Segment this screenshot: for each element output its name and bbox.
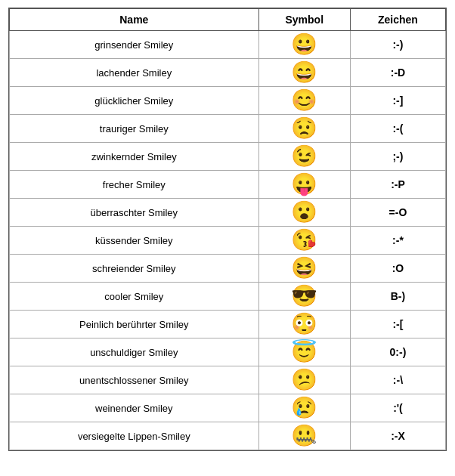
cell-symbol: 😘 [258,227,350,255]
header-name: Name [10,9,259,31]
cell-name: cooler Smiley [10,283,259,311]
cell-name: überraschter Smiley [10,199,259,227]
cell-zeichen: B-) [350,283,445,311]
cell-symbol: 🤐 [258,422,350,450]
smiley-emoji-icon: 😊 [291,88,317,112]
table-row: trauriger Smiley😟:-( [10,115,446,143]
cell-symbol: 😟 [258,115,350,143]
cell-zeichen: :-P [350,171,445,199]
smiley-emoji-icon: 😆 [291,256,317,280]
cell-zeichen: :O [350,255,445,283]
table-header-row: Name Symbol Zeichen [10,9,446,31]
table-row: cooler Smiley😎B-) [10,283,446,311]
smiley-emoji-icon: 😳 [291,312,317,335]
smiley-emoji-icon: 😉 [291,144,317,168]
header-symbol: Symbol [258,9,350,31]
table-row: küssender Smiley😘:-* [10,227,446,255]
cell-name: Peinlich berührter Smiley [10,311,259,338]
cell-name: unentschlossener Smiley [10,366,259,394]
table-row: unentschlossener Smiley😕:-\ [10,366,446,394]
cell-zeichen: :'( [350,394,445,422]
cell-name: frecher Smiley [10,171,259,199]
cell-name: schreiender Smiley [10,255,259,283]
cell-name: unschuldiger Smiley [10,338,259,366]
table-row: weinender Smiley😢:'( [10,394,446,422]
smiley-emoji-icon: 😘 [291,228,317,252]
smiley-emoji-icon: 😛 [291,172,317,196]
smiley-emoji-icon: 😀 [291,32,317,56]
cell-zeichen: :-] [350,87,445,115]
cell-symbol: 😀 [258,31,350,59]
cell-symbol: 😳 [258,311,350,338]
cell-name: lachender Smiley [10,59,259,87]
table-row: überraschter Smiley😮=-O [10,199,446,227]
table-row: unschuldiger Smiley😇0:-) [10,338,446,366]
table-row: grinsender Smiley😀:-) [10,31,446,59]
cell-symbol: 😢 [258,394,350,422]
smiley-table-container: Name Symbol Zeichen grinsender Smiley😀:-… [8,8,447,451]
cell-name: versiegelte Lippen-Smiley [10,422,259,450]
cell-name: zwinkernder Smiley [10,143,259,171]
cell-zeichen: :-( [350,115,445,143]
cell-zeichen: 0:-) [350,338,445,366]
cell-symbol: 😛 [258,171,350,199]
cell-name: trauriger Smiley [10,115,259,143]
cell-zeichen: =-O [350,199,445,227]
cell-zeichen: :-X [350,422,445,450]
smiley-emoji-icon: 🤐 [291,424,317,447]
table-row: zwinkernder Smiley😉;-) [10,143,446,171]
smiley-table: Name Symbol Zeichen grinsender Smiley😀:-… [9,8,446,450]
table-row: glücklicher Smiley😊:-] [10,87,446,115]
cell-name: küssender Smiley [10,227,259,255]
table-row: frecher Smiley😛:-P [10,171,446,199]
cell-zeichen: :-* [350,227,445,255]
cell-zeichen: ;-) [350,143,445,171]
header-zeichen: Zeichen [350,9,445,31]
cell-name: weinender Smiley [10,394,259,422]
smiley-emoji-icon: 😎 [291,284,317,308]
cell-symbol: 😄 [258,59,350,87]
cell-zeichen: :-[ [350,311,445,338]
cell-symbol: 😎 [258,283,350,311]
table-row: Peinlich berührter Smiley😳:-[ [10,311,446,338]
cell-symbol: 😉 [258,143,350,171]
table-row: versiegelte Lippen-Smiley🤐:-X [10,422,446,450]
smiley-emoji-icon: 😢 [291,396,317,419]
smiley-emoji-icon: 😕 [291,368,317,391]
cell-name: grinsender Smiley [10,31,259,59]
cell-zeichen: :-D [350,59,445,87]
table-row: schreiender Smiley😆:O [10,255,446,283]
cell-zeichen: :-\ [350,366,445,394]
smiley-emoji-icon: 😟 [291,116,317,140]
cell-zeichen: :-) [350,31,445,59]
cell-symbol: 😆 [258,255,350,283]
cell-symbol: 😊 [258,87,350,115]
smiley-emoji-icon: 😄 [291,60,317,84]
table-row: lachender Smiley😄:-D [10,59,446,87]
smiley-emoji-icon: 😮 [291,200,317,224]
cell-symbol: 😕 [258,366,350,394]
cell-symbol: 😇 [258,338,350,366]
cell-name: glücklicher Smiley [10,87,259,115]
cell-symbol: 😮 [258,199,350,227]
smiley-emoji-icon: 😇 [291,340,317,363]
